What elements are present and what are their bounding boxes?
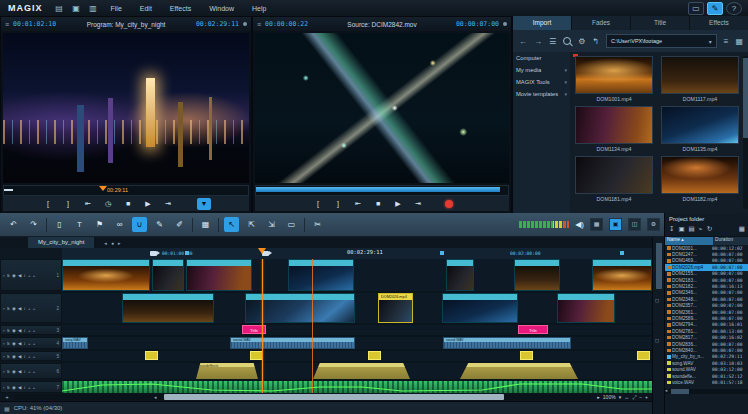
track-header[interactable]: ▫ S ◉ ◀ ↕ + + 1 — [0, 259, 62, 291]
column-header-name[interactable]: Name ▴ — [665, 237, 713, 245]
monitor-options-icon[interactable] — [503, 22, 507, 26]
timeline-clip[interactable] — [520, 351, 533, 360]
media-file-card[interactable]: DOM1135.mp4 — [661, 106, 739, 152]
separator[interactable] — [218, 218, 219, 232]
magnet-snap-icon[interactable]: ∪ — [132, 217, 147, 232]
stop-button[interactable]: ■ — [371, 198, 385, 210]
monitor-menu-icon[interactable]: ≡ — [5, 21, 9, 28]
folder-up-icon[interactable]: ↰ — [592, 37, 599, 46]
timeline-project-tab[interactable]: My_city_by_night — [28, 237, 94, 248]
refresh-icon[interactable]: ↻ — [707, 225, 712, 233]
prev-tab-icon[interactable]: ◂ — [104, 240, 107, 246]
zoom-horizontal-icon[interactable]: ↔ — [624, 394, 629, 400]
timeline-clip[interactable] — [313, 363, 410, 379]
play-button[interactable]: ▶ — [391, 198, 405, 210]
zoom-out-icon[interactable]: − — [639, 394, 642, 400]
monitor-menu-icon[interactable]: ≡ — [257, 21, 261, 28]
link-icon[interactable]: ⌁ — [699, 225, 703, 233]
media-tab[interactable]: Title — [631, 16, 690, 30]
project-file-row[interactable]: DOM2001... 00:00:12:02 — [665, 245, 748, 251]
tree-item[interactable]: My media ▾ — [513, 64, 570, 76]
scroll-left-icon[interactable]: ◂ — [154, 394, 157, 400]
separator[interactable] — [46, 218, 47, 232]
jump-end-button[interactable]: ⇥ — [411, 198, 425, 210]
zoom-level-value[interactable]: 100% — [603, 394, 616, 400]
new-folder-icon[interactable]: ▣ — [678, 225, 684, 233]
project-file-row[interactable]: DOM2589... 00:00:07:00 — [665, 315, 748, 321]
track-header[interactable]: ▫ S ◉ ◀ ↕ + + 6 — [0, 363, 62, 379]
mark-out-button[interactable]: ] — [61, 198, 75, 210]
tree-item[interactable]: Computer — [513, 52, 570, 64]
stop-button[interactable]: ■ — [121, 198, 135, 210]
record-button[interactable] — [445, 200, 453, 208]
scrollbar-thumb[interactable] — [671, 389, 689, 394]
menu-item[interactable]: File — [104, 3, 129, 14]
mouse-mode-stretch-icon[interactable]: ▭ — [284, 217, 299, 232]
mark-in-button[interactable]: [ — [311, 198, 325, 210]
import-file-icon[interactable]: ↧ — [669, 225, 674, 233]
scroll-toggle-icon[interactable]: ◻ — [655, 337, 659, 343]
track-control-icons[interactable]: ▫ S ◉ ◀ ↕ + + — [3, 273, 36, 278]
edit-mode-icon[interactable]: ✎ — [707, 2, 723, 15]
tree-item[interactable]: MAGIX Tools ▾ — [513, 76, 570, 88]
zoom-dropdown-icon[interactable]: ▾ — [619, 394, 622, 400]
list-view-icon[interactable]: ☰ — [549, 37, 556, 46]
project-file-row[interactable]: sound.WAV 00:03:12:00 — [665, 366, 748, 372]
help-icon[interactable]: ? — [726, 2, 742, 15]
project-file-row[interactable]: DOM2183... 00:00:07:00 — [665, 277, 748, 283]
media-file-card[interactable]: DOM1181.mp4 — [575, 156, 653, 202]
media-tab[interactable]: Fades — [572, 16, 631, 30]
track-header[interactable]: ▫ S ◉ ◀ ↕ + + 4 — [0, 337, 62, 349]
record-icon[interactable]: ▤ — [689, 225, 695, 233]
save-project-icon[interactable]: ▥ — [87, 4, 100, 13]
timeline-clip[interactable] — [592, 259, 652, 291]
timeline-clip[interactable] — [514, 259, 560, 291]
timeline-clip[interactable]: soundeffects — [196, 363, 258, 379]
track-header[interactable]: ▫ S ◉ ◀ ↕ + + 5 — [0, 351, 62, 361]
media-file-card[interactable]: DOM1001.mp4 — [575, 56, 653, 102]
timeline-horizontal-scrollbar[interactable]: ◂ — [14, 394, 591, 400]
timeline-clip[interactable] — [368, 351, 381, 360]
back-icon[interactable]: ← — [519, 37, 527, 46]
jump-start-button[interactable]: ⇤ — [81, 198, 95, 210]
project-file-row[interactable]: soundeffe... 00:01:52:12 — [665, 373, 748, 379]
track-control-icons[interactable]: ▫ S ◉ ◀ ↕ + + — [3, 354, 36, 359]
project-file-row[interactable]: DOM1247... 00:00:07:00 — [665, 251, 748, 257]
ruler-marker-icon[interactable] — [440, 251, 444, 255]
project-file-row[interactable]: DOM2346... 00:00:07:00 — [665, 290, 748, 296]
project-file-row[interactable]: My_city_by_n... 00:02:29:11 — [665, 354, 748, 360]
timeline-track-area[interactable]: DOM2026.mp4 Title Title song.WAV sound.W… — [62, 259, 652, 393]
mark-out-button[interactable]: ] — [331, 198, 345, 210]
zoom-in-icon[interactable]: + — [645, 394, 648, 400]
view-timeline-icon[interactable]: ▣ — [609, 218, 622, 231]
split-icon[interactable]: ✂ — [310, 217, 325, 232]
media-file-card[interactable]: DOM1182.mp4 — [661, 156, 739, 202]
jump-end-button[interactable]: ⇥ — [161, 198, 175, 210]
zoom-fit-icon[interactable]: ⤢ — [632, 394, 636, 401]
mouse-mode-single-icon[interactable]: ↖ — [224, 217, 239, 232]
play-range-icon[interactable]: ▸ — [597, 394, 600, 400]
separator[interactable] — [304, 218, 305, 232]
separator[interactable] — [192, 218, 193, 232]
media-scrollbar[interactable] — [743, 56, 748, 209]
column-header-duration[interactable]: Duration — [713, 237, 748, 245]
monitor-options-icon[interactable] — [243, 22, 247, 26]
forward-icon[interactable]: → — [534, 37, 542, 46]
timeline-clip[interactable] — [145, 351, 158, 360]
timeline-clip[interactable]: sound.WAV — [230, 337, 355, 349]
timeline-clip[interactable]: DOM2026.mp4 — [378, 293, 413, 323]
redo-icon[interactable]: ↷ — [26, 217, 41, 232]
list-view-icon[interactable]: ▦ — [739, 225, 745, 233]
screen-layout-icon[interactable]: ▭ — [688, 2, 704, 15]
ruler-marker-icon[interactable] — [620, 251, 624, 255]
title-editor-icon[interactable]: T — [72, 217, 87, 232]
play-button[interactable]: ▶ — [141, 198, 155, 210]
speaker-icon[interactable]: ◀) — [575, 220, 584, 229]
audio-waveform-clip[interactable] — [62, 381, 652, 393]
project-file-row[interactable]: DOM2781... 00:00:13:00 — [665, 328, 748, 334]
vertical-scrollbar-thumb[interactable] — [656, 243, 662, 289]
project-file-row[interactable]: DOM2361... 00:00:07:00 — [665, 309, 748, 315]
menu-item[interactable]: Edit — [133, 3, 159, 14]
media-file-card[interactable]: DOM1117.mp4 — [661, 56, 739, 102]
mouse-mode-one-track-icon[interactable]: ⇲ — [264, 217, 279, 232]
